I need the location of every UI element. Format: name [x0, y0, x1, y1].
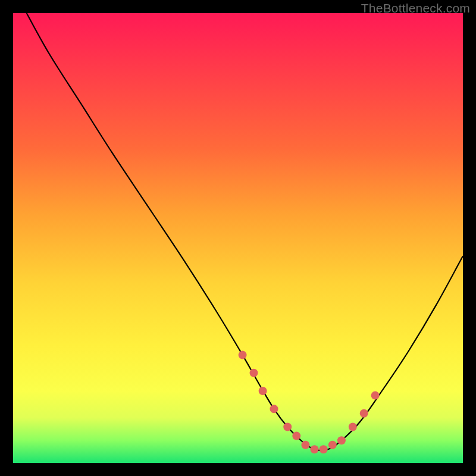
- highlight-dot: [360, 409, 368, 418]
- plot-area: [13, 13, 463, 463]
- watermark-text: TheBottleneck.com: [361, 1, 470, 15]
- highlight-dot: [270, 405, 278, 413]
- highlight-dots-group: [239, 351, 380, 454]
- highlight-dot: [311, 445, 319, 453]
- highlight-dot: [371, 392, 380, 400]
- highlight-dot: [283, 423, 292, 431]
- outer-frame: TheBottleneck.com: [0, 0, 476, 476]
- bottleneck-curve: [27, 13, 463, 450]
- highlight-dot: [349, 423, 357, 431]
- highlight-dot: [250, 369, 258, 377]
- highlight-dot: [320, 445, 328, 453]
- curve-svg: [13, 13, 463, 463]
- highlight-dot: [239, 351, 247, 359]
- highlight-dot: [292, 432, 300, 440]
- highlight-dot: [259, 387, 267, 395]
- highlight-dot: [301, 441, 309, 449]
- highlight-dot: [337, 436, 346, 444]
- highlight-dot: [328, 441, 337, 449]
